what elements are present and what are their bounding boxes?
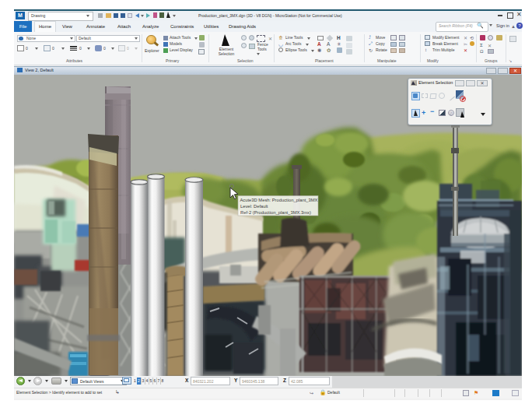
svg-text:Ref-2 (Production_plant_3MX.3m: Ref-2 (Production_plant_3MX.3mx) — [240, 210, 311, 215]
svg-text:Acute3D Mesh: Production_plant: Acute3D Mesh: Production_plant_3MX — [240, 198, 318, 202]
svg-text:Level: Default: Level: Default — [240, 204, 268, 209]
